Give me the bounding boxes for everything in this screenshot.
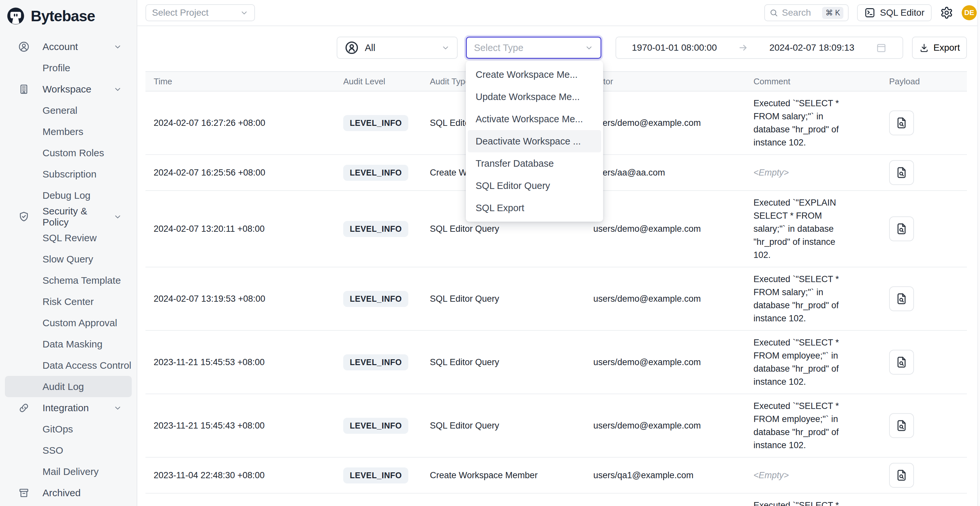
sidebar-label: Archived <box>43 487 81 498</box>
avatar[interactable]: DE <box>962 5 977 20</box>
sidebar-nav: AccountProfileWorkspaceGeneralMembersCus… <box>0 28 137 503</box>
cell-time: 2023-11-21 15:45:43 +08:00 <box>145 421 343 431</box>
sidebar-label: Profile <box>43 62 70 73</box>
project-select[interactable]: Select Project <box>145 4 255 21</box>
sidebar: Bytebase AccountProfileWorkspaceGeneralM… <box>0 0 137 506</box>
table-row: 2023-11-21 15:45:53 +08:00LEVEL_INFOSQL … <box>145 331 967 394</box>
type-filter-select[interactable]: Select Type <box>466 37 601 59</box>
cell-audit-level: LEVEL_INFO <box>343 165 430 181</box>
project-select-placeholder: Select Project <box>152 8 240 18</box>
sidebar-item-data-access-control[interactable]: Data Access Control <box>5 355 132 376</box>
file-search-icon <box>895 469 908 482</box>
sidebar-item-slow-query[interactable]: Slow Query <box>5 248 132 270</box>
sidebar-label: GitOps <box>43 423 73 435</box>
cell-actor: users/qa1@example.com <box>593 470 754 481</box>
view-payload-button[interactable] <box>889 110 914 135</box>
actor-filter-select[interactable]: All <box>337 37 458 59</box>
level-badge: LEVEL_INFO <box>343 418 408 434</box>
column-header-time: Time <box>145 76 343 87</box>
view-payload-button[interactable] <box>889 350 914 375</box>
gear-icon[interactable] <box>940 6 953 19</box>
sidebar-item-general[interactable]: General <box>5 100 132 121</box>
view-payload-button[interactable] <box>889 463 914 488</box>
cell-audit-level: LEVEL_INFO <box>343 354 430 370</box>
chevron-down-icon <box>113 212 122 221</box>
sql-editor-button[interactable]: SQL Editor <box>857 4 932 21</box>
export-button[interactable]: Export <box>912 37 967 59</box>
date-range-picker[interactable]: 1970-01-01 08:00:00 2024-02-07 18:09:13 <box>616 37 903 59</box>
view-payload-button[interactable] <box>889 413 914 438</box>
view-payload-button[interactable] <box>889 160 914 185</box>
cell-comment: Executed `"SELECT * FROM salary;"` in da… <box>754 92 889 154</box>
cell-payload <box>889 350 967 375</box>
sidebar-label: Custom Approval <box>43 317 117 328</box>
chevron-down-icon <box>585 43 593 52</box>
shield-check-icon <box>18 211 30 223</box>
cell-payload <box>889 463 967 488</box>
chevron-down-icon <box>240 8 248 17</box>
view-payload-button[interactable] <box>889 216 914 241</box>
view-payload-button[interactable] <box>889 286 914 311</box>
sidebar-section-account[interactable]: Account <box>5 36 132 57</box>
brand-logo[interactable]: Bytebase <box>0 0 137 28</box>
menu-item-transfer-database[interactable]: Transfer Database <box>468 152 601 175</box>
cell-comment: Executed `"SELECT * FROM salary;"` in da… <box>754 267 889 330</box>
sidebar-item-mail-delivery[interactable]: Mail Delivery <box>5 461 132 482</box>
file-search-icon <box>895 356 908 369</box>
menu-item-deactivate-workspace[interactable]: Deactivate Workspace ... <box>468 130 601 152</box>
menu-item-activate-workspace-me[interactable]: Activate Workspace Me... <box>468 108 601 130</box>
cell-time: 2024-02-07 13:20:11 +08:00 <box>145 224 343 234</box>
cell-actor: users/demo@example.com <box>593 224 754 234</box>
sidebar-item-risk-center[interactable]: Risk Center <box>5 291 132 312</box>
sidebar-item-gitops[interactable]: GitOps <box>5 418 132 440</box>
sidebar-section-security-policy[interactable]: Security & Policy <box>5 206 132 227</box>
sidebar-item-custom-roles[interactable]: Custom Roles <box>5 142 132 164</box>
empty-comment: <Empty> <box>754 470 789 480</box>
cell-comment: Executed `"EXPLAIN SELECT * FROM salary;… <box>754 191 889 267</box>
sidebar-item-sso[interactable]: SSO <box>5 440 132 461</box>
level-badge: LEVEL_INFO <box>343 468 408 484</box>
sidebar-section-workspace[interactable]: Workspace <box>5 78 132 100</box>
topbar-right: Search ⌘ K SQL Editor DE <box>764 4 977 21</box>
table-row: 2023-11-04 21:26:34 +08:00LEVEL_INFOSQL … <box>145 493 967 506</box>
terminal-icon <box>864 7 875 18</box>
cell-audit-type: Create Workspace Member <box>430 470 593 481</box>
sql-editor-label: SQL Editor <box>880 8 924 18</box>
column-header-comment: Comment <box>754 76 889 87</box>
scrollbar-track[interactable] <box>977 0 980 506</box>
sidebar-item-sql-review[interactable]: SQL Review <box>5 227 132 248</box>
cell-comment: Executed `"SELECT * FROM department;"` i… <box>754 493 889 506</box>
search-placeholder: Search <box>782 8 818 18</box>
sidebar-label: Data Masking <box>43 339 102 350</box>
search-input[interactable]: Search ⌘ K <box>764 4 849 21</box>
menu-item-create-workspace-me[interactable]: Create Workspace Me... <box>468 64 601 86</box>
filter-bar: All Select Type 1970-01-01 08:00:00 2024… <box>337 37 967 59</box>
sidebar-item-schema-template[interactable]: Schema Template <box>5 270 132 291</box>
level-badge: LEVEL_INFO <box>343 354 408 370</box>
cell-comment: Executed `"SELECT * FROM employee;"` in … <box>754 331 889 393</box>
cell-time: 2024-02-07 16:27:26 +08:00 <box>145 118 343 128</box>
sidebar-label: SQL Review <box>43 232 97 243</box>
archive-icon <box>18 487 30 499</box>
sidebar-item-subscription[interactable]: Subscription <box>5 164 132 185</box>
menu-item-sql-export[interactable]: SQL Export <box>468 197 601 219</box>
cell-actor: users/demo@example.com <box>593 357 754 368</box>
sidebar-item-data-masking[interactable]: Data Masking <box>5 333 132 355</box>
sidebar-item-debug-log[interactable]: Debug Log <box>5 185 132 206</box>
cell-actor: users/demo@example.com <box>593 294 754 304</box>
cell-comment: <Empty> <box>754 161 889 185</box>
sidebar-section-integration[interactable]: Integration <box>5 397 132 418</box>
sidebar-item-members[interactable]: Members <box>5 121 132 142</box>
menu-item-update-workspace-me[interactable]: Update Workspace Me... <box>468 86 601 108</box>
search-shortcut-badge: ⌘ K <box>822 7 843 19</box>
file-search-icon <box>895 166 908 179</box>
sidebar-section-archived[interactable]: Archived <box>5 482 132 503</box>
sidebar-item-audit-log[interactable]: Audit Log <box>5 376 132 397</box>
menu-item-sql-editor-query[interactable]: SQL Editor Query <box>468 175 601 197</box>
arrow-right-icon <box>738 43 748 53</box>
sidebar-item-custom-approval[interactable]: Custom Approval <box>5 312 132 333</box>
cell-time: 2024-02-07 16:25:56 +08:00 <box>145 168 343 178</box>
file-search-icon <box>895 222 908 235</box>
cell-time: 2023-11-04 22:48:30 +08:00 <box>145 470 343 481</box>
sidebar-item-profile[interactable]: Profile <box>5 57 132 78</box>
